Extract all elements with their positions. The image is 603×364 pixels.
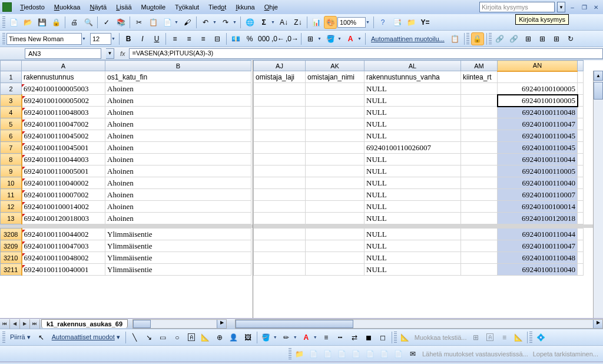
cell[interactable] — [461, 201, 498, 213]
select-all-corner[interactable] — [1, 61, 22, 71]
row-header-3[interactable]: 3 — [1, 95, 22, 107]
row-header-10[interactable]: 10 — [1, 177, 22, 189]
cell[interactable]: 69240100110005001 — [22, 166, 105, 177]
cell[interactable]: 69240100110045 — [498, 142, 578, 154]
line-color-button[interactable]: ✏ — [280, 331, 293, 344]
row-header-2[interactable]: 2 — [1, 83, 22, 95]
italic-button[interactable]: I — [136, 32, 149, 45]
cell[interactable] — [254, 264, 306, 276]
row-header-5[interactable]: 5 — [1, 118, 22, 130]
cell[interactable] — [578, 240, 584, 252]
save-button[interactable]: 💾 — [35, 16, 48, 29]
cell[interactable]: NULL — [365, 201, 461, 213]
cell[interactable]: omistaja_laji — [254, 71, 306, 83]
cell[interactable] — [254, 189, 306, 201]
cell[interactable] — [306, 213, 365, 224]
comma-button[interactable]: 000 — [257, 32, 270, 45]
cell[interactable]: Ahoinen — [105, 130, 251, 142]
sort-desc-button[interactable]: Z↓ — [291, 16, 304, 29]
cell[interactable]: 69240100100014 — [498, 201, 578, 213]
toolbar-grip[interactable] — [489, 33, 492, 45]
cell[interactable]: 69240100100005 — [498, 83, 578, 95]
align-center-button[interactable]: ≡ — [183, 32, 196, 45]
cell[interactable]: NULL — [365, 166, 461, 177]
shadow-button[interactable]: ◼ — [362, 331, 375, 344]
cell[interactable] — [578, 142, 584, 154]
draw-menu[interactable]: Piirrä ▾ — [6, 333, 34, 341]
drawing-button[interactable]: 🎨 — [324, 16, 337, 29]
cell[interactable]: 69240100110048002 — [22, 252, 105, 264]
cell[interactable] — [306, 177, 365, 189]
cut-button[interactable]: ✂ — [132, 16, 145, 29]
tab-nav-first[interactable]: ⏮ — [0, 319, 10, 329]
cell[interactable] — [461, 107, 498, 118]
cell[interactable]: Ylimmäisentie — [105, 252, 251, 264]
horizontal-scrollbar-right[interactable]: ▶ — [235, 319, 603, 329]
cell[interactable] — [578, 229, 584, 240]
cell[interactable]: 69240100110047003 — [22, 240, 105, 252]
wa-misc1[interactable]: 📐 — [399, 331, 412, 344]
cell[interactable] — [254, 240, 306, 252]
font-selector[interactable] — [6, 33, 82, 45]
toolbar-grip[interactable] — [2, 332, 5, 343]
cell[interactable] — [461, 142, 498, 154]
cell[interactable] — [254, 213, 306, 224]
cell[interactable] — [306, 118, 365, 130]
cell[interactable]: kiintea_rt — [461, 71, 498, 83]
cell[interactable] — [578, 213, 584, 224]
arrow-style-button[interactable]: ⇄ — [348, 331, 361, 344]
group-misc6[interactable]: ↻ — [564, 32, 577, 45]
cell[interactable] — [578, 95, 584, 107]
spreadsheet-grid[interactable]: AB1rakennustunnusos1_katu_fin26924010010… — [0, 60, 603, 318]
toolbar-grip[interactable] — [394, 332, 397, 343]
cell[interactable] — [461, 240, 498, 252]
cell[interactable]: 69240100100005 — [498, 95, 578, 107]
group-misc5[interactable]: ⊞ — [550, 32, 563, 45]
group-misc1[interactable]: 🔗 — [493, 32, 506, 45]
open-button[interactable]: 📂 — [21, 16, 34, 29]
cell[interactable] — [306, 264, 365, 276]
rv-4[interactable]: 📄 — [350, 348, 363, 360]
research-button[interactable]: 📚 — [114, 16, 127, 29]
cell[interactable] — [254, 107, 306, 118]
name-box[interactable]: AN3 — [25, 48, 101, 59]
cell[interactable]: NULL — [365, 229, 461, 240]
align-right-button[interactable]: ≡ — [197, 32, 210, 45]
cell[interactable]: 69240100110040002 — [22, 177, 105, 189]
cell[interactable] — [461, 118, 498, 130]
cell[interactable] — [461, 154, 498, 166]
cell[interactable] — [306, 107, 365, 118]
rectangle-button[interactable]: ▭ — [157, 331, 170, 344]
cell[interactable] — [461, 95, 498, 107]
cell[interactable]: 69240100110048 — [498, 252, 578, 264]
cell[interactable] — [254, 83, 306, 95]
cell[interactable] — [254, 166, 306, 177]
percent-button[interactable]: % — [243, 32, 256, 45]
restore-button[interactable]: ❐ — [579, 3, 589, 11]
cell[interactable]: NULL — [365, 252, 461, 264]
cell[interactable]: omistajan_nimi — [306, 71, 365, 83]
cell[interactable]: Ahoinen — [105, 118, 251, 130]
cell[interactable] — [578, 201, 584, 213]
cell[interactable] — [306, 154, 365, 166]
menu-työkalut[interactable]: Työkalut — [170, 2, 204, 12]
rv-1[interactable]: 📄 — [307, 348, 320, 360]
row-header-4[interactable]: 4 — [1, 107, 22, 118]
menu-lisää[interactable]: Lisää — [111, 2, 136, 12]
menu-tiedot[interactable]: Tiedot — [204, 2, 231, 12]
cell[interactable]: 69240100110040001 — [22, 264, 105, 276]
row-header-3210[interactable]: 3210 — [1, 252, 22, 264]
font-size-selector[interactable] — [90, 33, 111, 45]
cell[interactable]: 69240100120018003 — [22, 213, 105, 224]
cell[interactable] — [254, 118, 306, 130]
diagram-button[interactable]: ⊕ — [213, 331, 226, 344]
column-header-[interactable] — [578, 61, 584, 71]
cell[interactable]: 69240100110026007 — [365, 142, 461, 154]
toolbar-grip[interactable] — [289, 348, 291, 360]
column-header-AM[interactable]: AM — [461, 61, 498, 71]
menu-ohje[interactable]: Ohje — [260, 2, 283, 12]
cell[interactable]: os1_katu_fin — [105, 71, 251, 83]
wa-misc5[interactable]: 📐 — [512, 331, 525, 344]
cell[interactable] — [461, 166, 498, 177]
merge-button[interactable]: ⊟ — [211, 32, 224, 45]
